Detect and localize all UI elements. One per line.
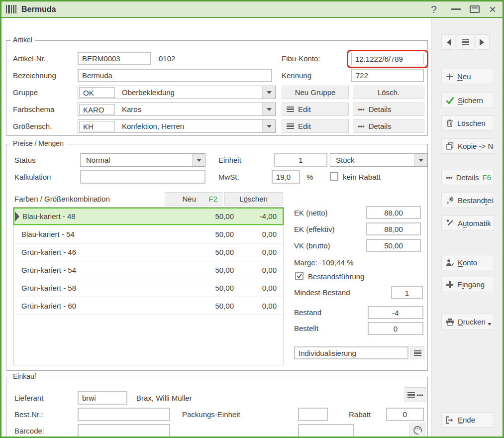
dots-icon: ••• xyxy=(416,391,423,399)
percent-label: % xyxy=(306,170,313,184)
exit-icon xyxy=(446,416,454,424)
fibu-konto-input[interactable] xyxy=(351,53,424,65)
status-combobox[interactable]: Normal xyxy=(80,153,205,167)
table-row[interactable]: Grün-kariert - 46 50,00 0,00 xyxy=(13,243,284,261)
minimize-button[interactable] xyxy=(447,1,464,17)
row-name: Grün-kariert - 46 xyxy=(21,243,76,261)
bestand-input[interactable] xyxy=(368,306,423,319)
chevron-down-icon[interactable] xyxy=(262,120,275,132)
automatik-button[interactable]: Automatik xyxy=(441,216,494,231)
konto-button[interactable]: Konto xyxy=(441,255,494,270)
bestellt-input[interactable] xyxy=(368,322,423,335)
status-value: Normal xyxy=(86,156,110,164)
palette-icon xyxy=(413,426,422,435)
groessensch-combobox[interactable]: KH Konfektion, Herren xyxy=(78,119,276,133)
bezeichnung-input[interactable] xyxy=(78,69,272,82)
row-price: 50,00 xyxy=(194,225,234,243)
mindest-bestand-input[interactable] xyxy=(391,286,423,299)
window-title: Bermuda xyxy=(21,5,56,14)
gruppe-code: OK xyxy=(79,87,115,98)
kennung-label: Kennung xyxy=(282,69,311,82)
loesch-gruppe-button[interactable]: Lösch. xyxy=(353,86,424,99)
maximize-button[interactable] xyxy=(466,1,483,17)
ek-netto-input[interactable] xyxy=(366,206,421,219)
table-row[interactable]: Blau-kariert - 54 50,00 0,00 xyxy=(13,225,284,243)
lieferant-menu-button[interactable]: ••• xyxy=(404,387,426,402)
neu-gruppe-button[interactable]: Neu Gruppe xyxy=(282,86,349,99)
nav-next-button[interactable] xyxy=(476,34,490,50)
zusatz-input[interactable] xyxy=(298,424,354,438)
loeschen-button[interactable]: Löschen xyxy=(441,115,494,131)
kalkulation-label: Kalkulation xyxy=(14,170,51,184)
individualisierung-input[interactable] xyxy=(294,346,408,359)
f2-hotkey: F2 xyxy=(208,195,217,203)
row-quantity: 0,00 xyxy=(237,297,277,315)
help-button[interactable]: ? xyxy=(425,1,442,17)
kopie-neu-button[interactable]: Kopie -> Neu xyxy=(441,138,494,154)
edit-groessensch-button[interactable]: Edit xyxy=(282,119,349,133)
individualisierung-menu-button[interactable] xyxy=(410,346,424,359)
row-quantity: 0,00 xyxy=(237,243,277,261)
chevron-down-icon[interactable] xyxy=(262,103,275,115)
farbschema-combobox[interactable]: KARO Karos xyxy=(78,103,276,116)
plus-icon xyxy=(446,73,454,81)
form-area: Artikel Artikel-Nr. 0102 Fibu-Konto: Bez… xyxy=(1,18,431,437)
kennung-input[interactable] xyxy=(351,69,424,82)
mwst-input[interactable] xyxy=(272,170,300,184)
chevron-down-icon[interactable] xyxy=(414,154,427,166)
kombination-loeschen-button[interactable]: Löschen xyxy=(224,192,283,206)
kombination-neu-button[interactable]: Neu F2 xyxy=(165,192,222,206)
row-name: Grün-kariert - 58 xyxy=(21,279,76,297)
kein-rabatt-label: kein Rabatt xyxy=(343,170,381,184)
kein-rabatt-checkbox[interactable] xyxy=(330,172,338,181)
table-row[interactable]: Blau-kariert - 48 50,00 -4,00 xyxy=(13,208,284,225)
lieferant-input[interactable] xyxy=(78,391,127,405)
barcode-icon xyxy=(6,5,16,13)
sichern-button[interactable]: Sichern xyxy=(441,93,494,108)
magic-wand-icon xyxy=(446,219,454,227)
einheit-input[interactable] xyxy=(274,153,327,167)
nav-list-button[interactable] xyxy=(457,34,474,50)
barcode-input[interactable] xyxy=(78,424,170,438)
action-sidebar: Neu Sichern Löschen Kopie -> Neu ••• Det… xyxy=(431,18,503,437)
table-row[interactable]: Grün-kariert - 60 50,00 0,00 xyxy=(13,297,284,315)
row-price: 50,00 xyxy=(194,208,234,225)
gruppe-combobox[interactable]: OK Oberbekleidung xyxy=(78,86,276,99)
lieferant-name: Brax, Willi Müller xyxy=(136,391,192,405)
table-row[interactable]: Grün-kariert - 54 50,00 0,00 xyxy=(13,261,284,279)
row-price: 50,00 xyxy=(194,279,234,297)
bestandteile-button[interactable]: Bestandteile xyxy=(441,193,494,208)
bestnr-input[interactable] xyxy=(78,408,170,421)
eingang-button[interactable]: Eingang xyxy=(441,277,494,292)
drucken-button[interactable]: Drucken xyxy=(441,314,494,330)
vk-brutto-input[interactable] xyxy=(366,239,421,252)
packungs-einheit-input[interactable] xyxy=(298,408,328,421)
nav-previous-button[interactable] xyxy=(441,34,455,50)
chevron-down-icon[interactable] xyxy=(192,154,205,166)
edit-farbschema-button[interactable]: Edit xyxy=(282,103,349,116)
artikel-groupbox: Artikel Artikel-Nr. 0102 Fibu-Konto: Bez… xyxy=(6,40,428,136)
chevron-down-icon[interactable] xyxy=(262,86,275,99)
rabatt-input[interactable] xyxy=(386,408,424,421)
person-pen-icon xyxy=(446,259,454,267)
artikel-nr-input[interactable] xyxy=(78,52,151,65)
palette-button[interactable] xyxy=(409,423,425,438)
ek-effektiv-input[interactable] xyxy=(366,222,421,235)
details-groessensch-button[interactable]: •••Details xyxy=(353,119,424,133)
details-button[interactable]: ••• Details F6 xyxy=(441,170,494,185)
dots-icon: ••• xyxy=(358,106,365,113)
kalkulation-input[interactable] xyxy=(80,170,205,184)
bestnr-label: Best.Nr.: xyxy=(14,408,43,421)
close-icon[interactable]: × xyxy=(484,1,501,17)
einheit-unit-combobox[interactable]: Stück xyxy=(330,153,427,167)
selected-row-pointer-icon xyxy=(15,212,19,221)
groessensch-text: Konfektion, Herren xyxy=(122,122,184,130)
ende-button[interactable]: Ende xyxy=(441,412,494,428)
details-farbschema-button[interactable]: •••Details xyxy=(353,103,424,116)
checkmark-icon xyxy=(297,273,302,279)
einheit-label: Einheit xyxy=(218,153,241,167)
menu-bars-icon xyxy=(462,39,469,45)
bestandsfuehrung-checkbox[interactable] xyxy=(295,272,303,280)
neu-button[interactable]: Neu xyxy=(441,69,494,84)
table-row[interactable]: Grün-kariert - 58 50,00 0,00 xyxy=(13,279,284,297)
